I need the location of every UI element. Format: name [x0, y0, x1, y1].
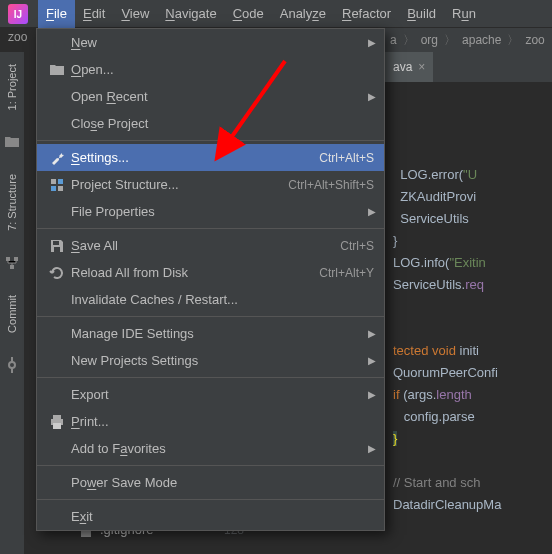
menu-item-label: New	[67, 35, 374, 50]
menu-item-invalidate-caches-restart[interactable]: Invalidate Caches / Restart...	[37, 286, 384, 313]
menu-item-new[interactable]: New▶	[37, 29, 384, 56]
menu-code[interactable]: Code	[225, 0, 272, 28]
folder-icon	[47, 62, 67, 78]
menu-item-label: Project Structure...	[67, 177, 288, 192]
menu-separator	[37, 228, 384, 229]
submenu-arrow-icon: ▶	[368, 355, 376, 366]
menu-item-label: Save All	[67, 238, 340, 253]
editor-tab-label: ava	[393, 60, 412, 74]
svg-rect-0	[6, 257, 10, 261]
submenu-arrow-icon: ▶	[368, 389, 376, 400]
menubar: File Edit View Navigate Code Analyze Ref…	[0, 0, 552, 28]
submenu-arrow-icon: ▶	[368, 91, 376, 102]
print-icon	[47, 414, 67, 430]
submenu-arrow-icon: ▶	[368, 443, 376, 454]
menu-build[interactable]: Build	[399, 0, 444, 28]
svg-rect-5	[58, 179, 63, 184]
menu-run[interactable]: Run	[444, 0, 484, 28]
menu-item-close-project[interactable]: Close Project	[37, 110, 384, 137]
menu-navigate[interactable]: Navigate	[157, 0, 224, 28]
menu-item-label: Reload All from Disk	[67, 265, 319, 280]
app-icon: IJ	[8, 4, 28, 24]
menu-item-label: Add to Favorites	[67, 441, 374, 456]
submenu-arrow-icon: ▶	[368, 37, 376, 48]
menu-item-print[interactable]: Print...	[37, 408, 384, 435]
menu-shortcut: Ctrl+Alt+Y	[319, 266, 374, 280]
save-icon	[47, 238, 67, 254]
menu-item-project-structure[interactable]: Project Structure...Ctrl+Alt+Shift+S	[37, 171, 384, 198]
menu-separator	[37, 140, 384, 141]
menu-analyze[interactable]: Analyze	[272, 0, 334, 28]
editor-pane[interactable]: LOG.error("U ZKAuditProvi ServiceUtils }…	[385, 82, 552, 554]
svg-rect-10	[53, 415, 61, 419]
menu-item-label: Print...	[67, 414, 374, 429]
menu-shortcut: Ctrl+Alt+S	[319, 151, 374, 165]
menu-item-label: Exit	[67, 509, 374, 524]
menu-item-manage-ide-settings[interactable]: Manage IDE Settings▶	[37, 320, 384, 347]
structure-icon	[4, 255, 20, 271]
commit-icon	[4, 357, 20, 373]
menu-edit[interactable]: Edit	[75, 0, 113, 28]
svg-rect-1	[14, 257, 18, 261]
menu-shortcut: Ctrl+S	[340, 239, 374, 253]
menu-item-power-save-mode[interactable]: Power Save Mode	[37, 469, 384, 496]
menu-item-open[interactable]: Open...	[37, 56, 384, 83]
menu-separator	[37, 377, 384, 378]
menu-item-add-to-favorites[interactable]: Add to Favorites▶	[37, 435, 384, 462]
close-icon[interactable]: ×	[418, 60, 425, 74]
menu-refactor[interactable]: Refactor	[334, 0, 399, 28]
svg-rect-9	[54, 247, 60, 252]
menu-item-new-projects-settings[interactable]: New Projects Settings▶	[37, 347, 384, 374]
menu-item-settings[interactable]: Settings...Ctrl+Alt+S	[37, 144, 384, 171]
menu-separator	[37, 499, 384, 500]
breadcrumb[interactable]: a〉 org〉 apache〉 zoo	[382, 28, 552, 52]
menu-item-label: Open Recent	[67, 89, 374, 104]
menu-separator	[37, 316, 384, 317]
menu-view[interactable]: View	[113, 0, 157, 28]
svg-rect-12	[53, 423, 61, 429]
menu-item-save-all[interactable]: Save AllCtrl+S	[37, 232, 384, 259]
tool-commit[interactable]: Commit	[4, 287, 20, 341]
file-menu-dropdown: New▶Open...Open Recent▶Close ProjectSett…	[36, 28, 385, 531]
menu-item-file-properties[interactable]: File Properties▶	[37, 198, 384, 225]
editor-tabs: ava ×	[385, 52, 552, 82]
menu-shortcut: Ctrl+Alt+Shift+S	[288, 178, 374, 192]
menu-item-label: File Properties	[67, 204, 374, 219]
reload-icon	[47, 265, 67, 281]
struct-icon	[47, 177, 67, 193]
left-tool-rail: 1: Project 7: Structure Commit	[0, 52, 24, 554]
svg-rect-2	[10, 265, 14, 269]
menu-item-label: Close Project	[67, 116, 374, 131]
menu-item-label: New Projects Settings	[67, 353, 374, 368]
svg-rect-7	[58, 186, 63, 191]
menu-item-reload-all-from-disk[interactable]: Reload All from DiskCtrl+Alt+Y	[37, 259, 384, 286]
menu-item-exit[interactable]: Exit	[37, 503, 384, 530]
editor-tab[interactable]: ava ×	[385, 52, 433, 82]
menu-item-label: Export	[67, 387, 374, 402]
tool-project[interactable]: 1: Project	[4, 56, 20, 118]
menu-item-label: Settings...	[67, 150, 319, 165]
wrench-icon	[47, 150, 67, 166]
svg-rect-4	[51, 179, 56, 184]
project-name-fragment: zoo	[8, 30, 27, 44]
folder-icon	[4, 134, 20, 150]
submenu-arrow-icon: ▶	[368, 328, 376, 339]
menu-file[interactable]: File	[38, 0, 75, 28]
menu-separator	[37, 465, 384, 466]
menu-item-label: Power Save Mode	[67, 475, 374, 490]
menu-item-export[interactable]: Export▶	[37, 381, 384, 408]
submenu-arrow-icon: ▶	[368, 206, 376, 217]
menu-item-label: Manage IDE Settings	[67, 326, 374, 341]
tool-structure[interactable]: 7: Structure	[4, 166, 20, 239]
svg-point-3	[9, 362, 15, 368]
menu-item-open-recent[interactable]: Open Recent▶	[37, 83, 384, 110]
svg-rect-6	[51, 186, 56, 191]
menu-item-label: Invalidate Caches / Restart...	[67, 292, 374, 307]
menu-item-label: Open...	[67, 62, 374, 77]
svg-rect-8	[53, 241, 59, 245]
